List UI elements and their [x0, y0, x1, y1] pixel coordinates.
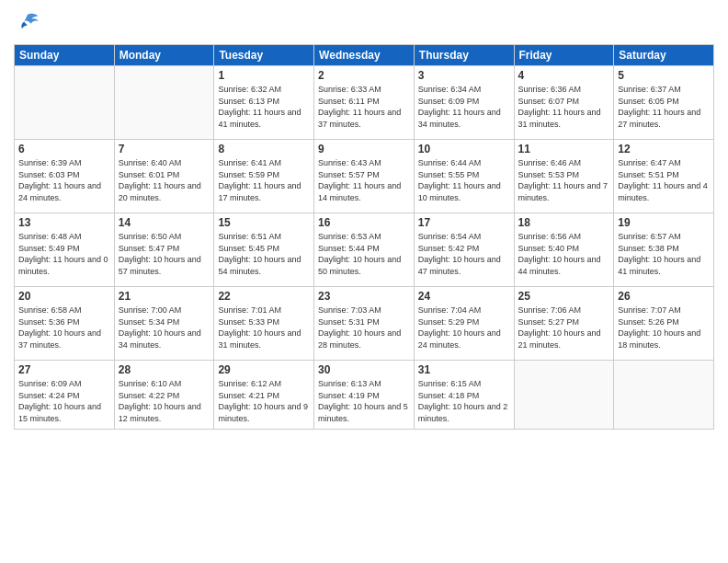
- week-row-4: 20Sunrise: 6:58 AM Sunset: 5:36 PM Dayli…: [15, 287, 714, 361]
- calendar-cell: 1Sunrise: 6:32 AM Sunset: 6:13 PM Daylig…: [214, 66, 314, 140]
- cell-day-number: 18: [518, 216, 610, 229]
- cell-day-number: 17: [418, 216, 510, 229]
- calendar-cell: 3Sunrise: 6:34 AM Sunset: 6:09 PM Daylig…: [414, 66, 514, 140]
- cell-info: Sunrise: 6:44 AM Sunset: 5:55 PM Dayligh…: [418, 157, 510, 203]
- cell-day-number: 13: [18, 216, 110, 229]
- cell-info: Sunrise: 7:07 AM Sunset: 5:26 PM Dayligh…: [618, 304, 710, 350]
- cell-info: Sunrise: 6:57 AM Sunset: 5:38 PM Dayligh…: [618, 231, 710, 277]
- cell-info: Sunrise: 6:15 AM Sunset: 4:18 PM Dayligh…: [418, 378, 510, 424]
- calendar-cell: 31Sunrise: 6:15 AM Sunset: 4:18 PM Dayli…: [414, 361, 514, 430]
- cell-day-number: 19: [618, 216, 710, 229]
- weekday-header-tuesday: Tuesday: [214, 45, 314, 66]
- calendar: SundayMondayTuesdayWednesdayThursdayFrid…: [14, 44, 714, 430]
- cell-info: Sunrise: 6:47 AM Sunset: 5:51 PM Dayligh…: [618, 157, 710, 203]
- calendar-cell: 17Sunrise: 6:54 AM Sunset: 5:42 PM Dayli…: [414, 213, 514, 287]
- cell-day-number: 12: [618, 143, 710, 155]
- cell-day-number: 2: [318, 69, 410, 82]
- cell-info: Sunrise: 6:53 AM Sunset: 5:44 PM Dayligh…: [318, 231, 410, 277]
- calendar-cell: 14Sunrise: 6:50 AM Sunset: 5:47 PM Dayli…: [114, 213, 214, 287]
- cell-day-number: 11: [518, 143, 610, 155]
- cell-day-number: 14: [119, 216, 210, 229]
- cell-info: Sunrise: 6:12 AM Sunset: 4:21 PM Dayligh…: [218, 378, 310, 424]
- logo-bird-icon: [14, 9, 41, 37]
- calendar-cell: [114, 66, 214, 140]
- cell-info: Sunrise: 6:48 AM Sunset: 5:49 PM Dayligh…: [18, 231, 110, 277]
- calendar-cell: [614, 361, 714, 430]
- cell-info: Sunrise: 6:32 AM Sunset: 6:13 PM Dayligh…: [218, 84, 310, 130]
- weekday-header-row: SundayMondayTuesdayWednesdayThursdayFrid…: [15, 45, 714, 66]
- cell-day-number: 16: [318, 216, 410, 229]
- cell-info: Sunrise: 6:40 AM Sunset: 6:01 PM Dayligh…: [119, 157, 210, 203]
- calendar-cell: 30Sunrise: 6:13 AM Sunset: 4:19 PM Dayli…: [314, 361, 415, 430]
- week-row-5: 27Sunrise: 6:09 AM Sunset: 4:24 PM Dayli…: [15, 361, 714, 430]
- calendar-cell: 7Sunrise: 6:40 AM Sunset: 6:01 PM Daylig…: [114, 140, 214, 213]
- logo: [14, 9, 45, 37]
- cell-info: Sunrise: 6:10 AM Sunset: 4:22 PM Dayligh…: [119, 378, 210, 424]
- cell-day-number: 7: [119, 143, 210, 155]
- calendar-cell: 29Sunrise: 6:12 AM Sunset: 4:21 PM Dayli…: [214, 361, 314, 430]
- calendar-cell: 19Sunrise: 6:57 AM Sunset: 5:38 PM Dayli…: [614, 213, 714, 287]
- cell-day-number: 9: [318, 143, 410, 155]
- calendar-cell: [514, 361, 614, 430]
- cell-day-number: 27: [18, 363, 110, 376]
- cell-info: Sunrise: 6:54 AM Sunset: 5:42 PM Dayligh…: [418, 231, 510, 277]
- cell-day-number: 3: [418, 69, 510, 82]
- calendar-cell: 24Sunrise: 7:04 AM Sunset: 5:29 PM Dayli…: [414, 287, 514, 361]
- cell-info: Sunrise: 7:06 AM Sunset: 5:27 PM Dayligh…: [518, 304, 610, 350]
- cell-day-number: 20: [18, 290, 110, 303]
- cell-day-number: 25: [518, 290, 610, 303]
- cell-info: Sunrise: 7:03 AM Sunset: 5:31 PM Dayligh…: [318, 304, 410, 350]
- cell-info: Sunrise: 7:00 AM Sunset: 5:34 PM Dayligh…: [119, 304, 210, 350]
- calendar-cell: 28Sunrise: 6:10 AM Sunset: 4:22 PM Dayli…: [114, 361, 214, 430]
- week-row-1: 1Sunrise: 6:32 AM Sunset: 6:13 PM Daylig…: [15, 66, 714, 140]
- calendar-cell: 26Sunrise: 7:07 AM Sunset: 5:26 PM Dayli…: [614, 287, 714, 361]
- cell-day-number: 23: [318, 290, 410, 303]
- cell-day-number: 22: [218, 290, 310, 303]
- cell-info: Sunrise: 6:56 AM Sunset: 5:40 PM Dayligh…: [518, 231, 610, 277]
- cell-info: Sunrise: 6:36 AM Sunset: 6:07 PM Dayligh…: [518, 84, 610, 130]
- calendar-cell: 10Sunrise: 6:44 AM Sunset: 5:55 PM Dayli…: [414, 140, 514, 213]
- weekday-header-saturday: Saturday: [614, 45, 714, 66]
- cell-info: Sunrise: 7:04 AM Sunset: 5:29 PM Dayligh…: [418, 304, 510, 350]
- cell-info: Sunrise: 6:33 AM Sunset: 6:11 PM Dayligh…: [318, 84, 410, 130]
- cell-day-number: 21: [119, 290, 210, 303]
- cell-day-number: 29: [218, 363, 310, 376]
- cell-info: Sunrise: 6:58 AM Sunset: 5:36 PM Dayligh…: [18, 304, 110, 350]
- weekday-header-friday: Friday: [514, 45, 614, 66]
- calendar-cell: 11Sunrise: 6:46 AM Sunset: 5:53 PM Dayli…: [514, 140, 614, 213]
- calendar-cell: 15Sunrise: 6:51 AM Sunset: 5:45 PM Dayli…: [214, 213, 314, 287]
- calendar-cell: 13Sunrise: 6:48 AM Sunset: 5:49 PM Dayli…: [15, 213, 115, 287]
- calendar-cell: [15, 66, 115, 140]
- calendar-cell: 22Sunrise: 7:01 AM Sunset: 5:33 PM Dayli…: [214, 287, 314, 361]
- cell-info: Sunrise: 6:41 AM Sunset: 5:59 PM Dayligh…: [218, 157, 310, 203]
- cell-day-number: 1: [218, 69, 310, 82]
- calendar-cell: 4Sunrise: 6:36 AM Sunset: 6:07 PM Daylig…: [514, 66, 614, 140]
- cell-day-number: 6: [18, 143, 110, 155]
- calendar-cell: 16Sunrise: 6:53 AM Sunset: 5:44 PM Dayli…: [314, 213, 415, 287]
- cell-day-number: 15: [218, 216, 310, 229]
- calendar-cell: 8Sunrise: 6:41 AM Sunset: 5:59 PM Daylig…: [214, 140, 314, 213]
- cell-info: Sunrise: 6:46 AM Sunset: 5:53 PM Dayligh…: [518, 157, 610, 203]
- calendar-cell: 20Sunrise: 6:58 AM Sunset: 5:36 PM Dayli…: [15, 287, 115, 361]
- header: [14, 9, 714, 37]
- cell-day-number: 8: [218, 143, 310, 155]
- calendar-cell: 5Sunrise: 6:37 AM Sunset: 6:05 PM Daylig…: [614, 66, 714, 140]
- cell-day-number: 5: [618, 69, 710, 82]
- cell-day-number: 24: [418, 290, 510, 303]
- cell-info: Sunrise: 6:51 AM Sunset: 5:45 PM Dayligh…: [218, 231, 310, 277]
- weekday-header-wednesday: Wednesday: [314, 45, 415, 66]
- calendar-cell: 6Sunrise: 6:39 AM Sunset: 6:03 PM Daylig…: [15, 140, 115, 213]
- page: SundayMondayTuesdayWednesdayThursdayFrid…: [0, 0, 728, 439]
- cell-day-number: 10: [418, 143, 510, 155]
- cell-info: Sunrise: 6:50 AM Sunset: 5:47 PM Dayligh…: [119, 231, 210, 277]
- cell-day-number: 28: [119, 363, 210, 376]
- calendar-cell: 2Sunrise: 6:33 AM Sunset: 6:11 PM Daylig…: [314, 66, 415, 140]
- cell-info: Sunrise: 6:43 AM Sunset: 5:57 PM Dayligh…: [318, 157, 410, 203]
- cell-info: Sunrise: 6:09 AM Sunset: 4:24 PM Dayligh…: [18, 378, 110, 424]
- calendar-cell: 21Sunrise: 7:00 AM Sunset: 5:34 PM Dayli…: [114, 287, 214, 361]
- calendar-cell: 27Sunrise: 6:09 AM Sunset: 4:24 PM Dayli…: [15, 361, 115, 430]
- cell-info: Sunrise: 6:13 AM Sunset: 4:19 PM Dayligh…: [318, 378, 410, 424]
- calendar-cell: 12Sunrise: 6:47 AM Sunset: 5:51 PM Dayli…: [614, 140, 714, 213]
- week-row-3: 13Sunrise: 6:48 AM Sunset: 5:49 PM Dayli…: [15, 213, 714, 287]
- calendar-cell: 23Sunrise: 7:03 AM Sunset: 5:31 PM Dayli…: [314, 287, 415, 361]
